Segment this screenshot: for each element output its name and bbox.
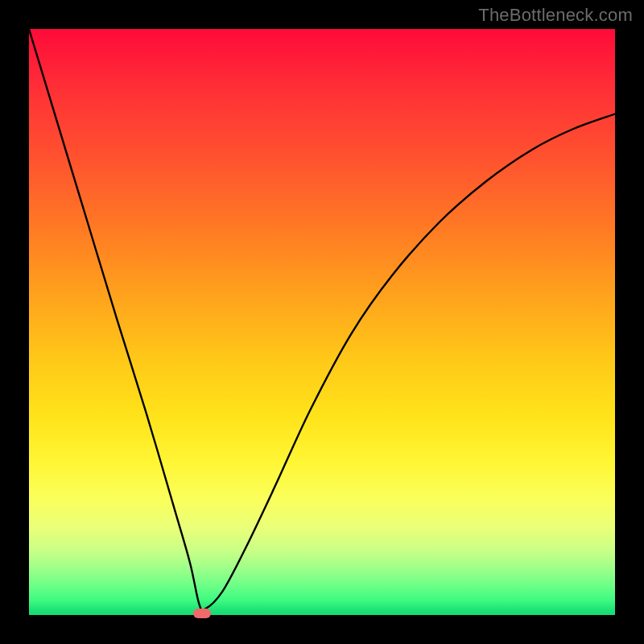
plot-area	[29, 29, 615, 615]
bottleneck-curve	[29, 29, 615, 610]
watermark-text: TheBottleneck.com	[478, 5, 633, 26]
curve-svg	[29, 29, 615, 615]
optimum-marker	[193, 609, 211, 618]
chart-frame: TheBottleneck.com	[0, 0, 644, 644]
